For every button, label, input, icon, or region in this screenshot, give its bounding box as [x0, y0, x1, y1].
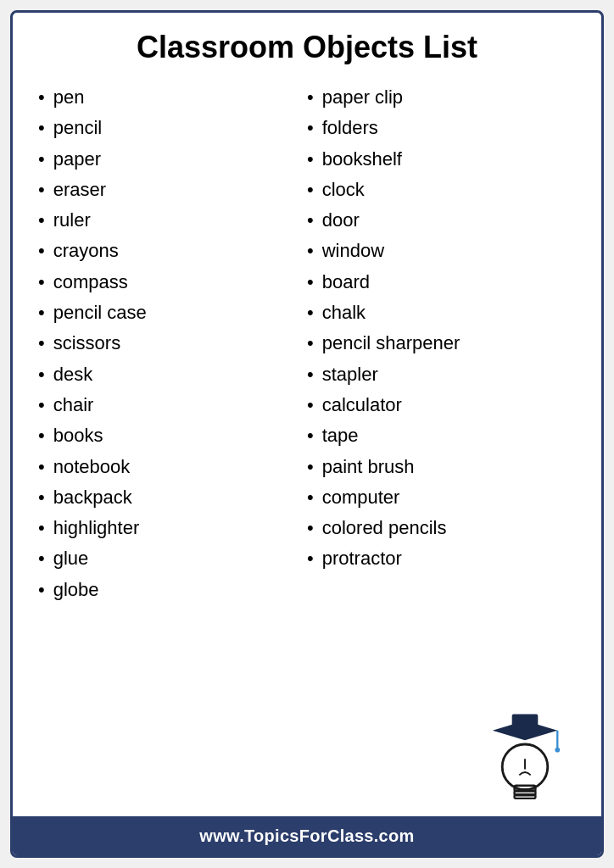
list-item: desk — [38, 359, 307, 390]
svg-rect-7 — [515, 794, 536, 798]
list-item: glue — [38, 543, 307, 574]
list-item: globe — [38, 575, 307, 605]
list-item: board — [307, 267, 576, 298]
right-list: paper clipfoldersbookshelfclockdoorwindo… — [307, 82, 576, 575]
lists-container: penpencilpapereraserrulercrayonscompassp… — [38, 82, 576, 706]
list-item: crayons — [38, 236, 307, 266]
list-item: chair — [38, 390, 307, 420]
bottom-section — [38, 706, 576, 808]
list-item: paint brush — [307, 452, 576, 482]
svg-rect-1 — [512, 715, 539, 731]
list-item: pencil — [38, 113, 307, 143]
list-item: folders — [307, 113, 576, 143]
list-item: paper — [38, 144, 307, 175]
list-item: eraser — [38, 175, 307, 205]
footer-url: www.TopicsForClass.com — [199, 826, 414, 846]
list-item: books — [38, 420, 307, 451]
list-item: paper clip — [307, 82, 576, 113]
list-item: window — [307, 236, 576, 266]
page-title: Classroom Objects List — [38, 30, 576, 65]
right-column: paper clipfoldersbookshelfclockdoorwindo… — [307, 82, 576, 706]
left-list: penpencilpapereraserrulercrayonscompassp… — [38, 82, 307, 605]
list-item: pencil sharpener — [307, 328, 576, 359]
list-item: bookshelf — [307, 144, 576, 175]
list-item: clock — [307, 175, 576, 205]
list-item: chalk — [307, 298, 576, 328]
list-item: door — [307, 205, 576, 236]
list-item: scissors — [38, 328, 307, 359]
list-item: notebook — [38, 452, 307, 482]
list-item: backpack — [38, 482, 307, 513]
list-item: computer — [307, 482, 576, 513]
list-item: protractor — [307, 543, 576, 574]
left-column: penpencilpapereraserrulercrayonscompassp… — [38, 82, 307, 706]
list-item: pen — [38, 82, 307, 113]
list-item: compass — [38, 267, 307, 298]
footer: www.TopicsForClass.com — [13, 816, 601, 855]
svg-point-3 — [555, 748, 560, 753]
list-item: tape — [307, 420, 576, 451]
list-item: calculator — [307, 390, 576, 420]
content-area: Classroom Objects List penpencilpaperera… — [13, 13, 601, 816]
list-item: stapler — [307, 359, 576, 390]
card: Classroom Objects List penpencilpaperera… — [10, 10, 604, 858]
list-item: highlighter — [38, 513, 307, 543]
logo-icon — [483, 706, 567, 799]
list-item: ruler — [38, 205, 307, 236]
list-item: pencil case — [38, 298, 307, 328]
list-item: colored pencils — [307, 513, 576, 543]
